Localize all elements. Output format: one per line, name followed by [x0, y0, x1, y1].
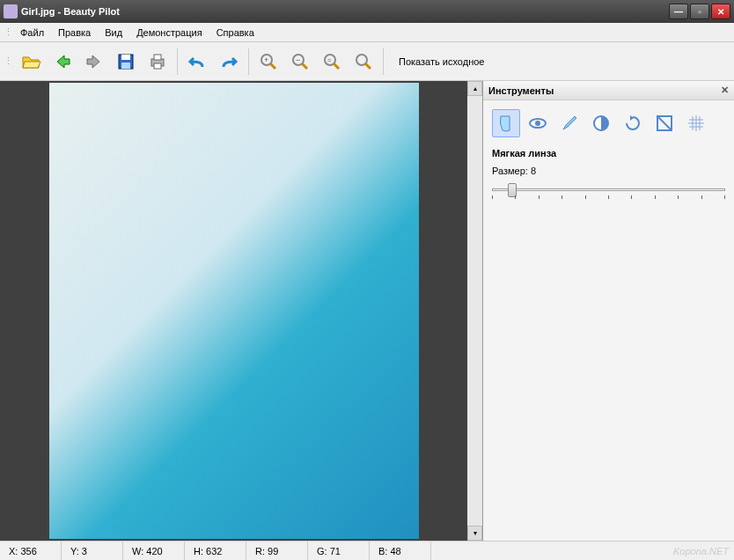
- watermark: Kopona.NET: [673, 546, 729, 556]
- scroll-track[interactable]: [467, 96, 482, 526]
- contrast-tool[interactable]: [587, 109, 615, 137]
- scroll-down-button[interactable]: ▾: [467, 526, 482, 541]
- open-button[interactable]: [17, 48, 45, 76]
- svg-text:+: +: [264, 55, 268, 64]
- menubar: ⋮ Файл Правка Вид Демонстрация Справка: [0, 23, 734, 42]
- zoom-fit-icon: =: [321, 51, 342, 72]
- svg-text:−: −: [296, 55, 300, 64]
- arrow-left-icon: [52, 51, 73, 72]
- menu-demo[interactable]: Демонстрация: [129, 26, 209, 40]
- show-original-button[interactable]: Показать исходное: [389, 48, 494, 76]
- menu-view[interactable]: Вид: [98, 26, 129, 40]
- panel-close-button[interactable]: ✕: [721, 85, 729, 96]
- minimize-button[interactable]: —: [669, 4, 688, 19]
- scroll-up-button[interactable]: ▴: [467, 81, 482, 96]
- status-g: G: 71: [308, 542, 370, 560]
- redo-button[interactable]: [215, 48, 243, 76]
- contrast-icon: [591, 113, 612, 134]
- size-label: Размер: 8: [492, 166, 725, 176]
- menu-grip: ⋮: [4, 26, 11, 38]
- svg-rect-1: [121, 55, 130, 60]
- canvas-area[interactable]: [0, 81, 467, 541]
- resize-tool[interactable]: [650, 109, 679, 137]
- svg-rect-5: [154, 63, 161, 69]
- svg-line-13: [334, 63, 339, 69]
- toolbar: ⋮ + − = Показать исходное: [0, 42, 734, 81]
- resize-icon: [654, 113, 675, 134]
- svg-point-18: [535, 121, 540, 126]
- menu-edit[interactable]: Правка: [51, 26, 98, 40]
- app-icon: [4, 4, 18, 18]
- zoom-fit-button[interactable]: =: [318, 48, 346, 76]
- undo-icon: [187, 51, 208, 72]
- status-w: W: 420: [123, 542, 185, 560]
- rotate-icon: [622, 113, 643, 134]
- zoom-out-button[interactable]: −: [286, 48, 314, 76]
- slider-track: [492, 188, 725, 191]
- panel-title: Инструменты: [488, 85, 721, 96]
- status-h: H: 632: [185, 542, 246, 560]
- titlebar: Girl.jpg - Beauty Pilot — ▫ ✕: [0, 0, 734, 23]
- save-icon: [115, 51, 136, 72]
- section-title: Мягкая линза: [492, 148, 725, 158]
- grid-icon: [686, 113, 707, 134]
- window-title: Girl.jpg - Beauty Pilot: [21, 6, 669, 17]
- tool-icons-row: [492, 109, 725, 137]
- maximize-button[interactable]: ▫: [690, 4, 709, 19]
- svg-line-16: [365, 63, 371, 69]
- status-x: X: 356: [0, 542, 62, 560]
- statusbar: X: 356 Y: 3 W: 420 H: 632 R: 99 G: 71 B:…: [0, 541, 734, 560]
- print-button[interactable]: [143, 48, 172, 76]
- redo-icon: [218, 51, 239, 72]
- undo-button[interactable]: [183, 48, 211, 76]
- eye-tool[interactable]: [524, 109, 552, 137]
- save-button[interactable]: [112, 48, 140, 76]
- folder-open-icon: [20, 51, 41, 72]
- arrow-right-icon: [84, 51, 105, 72]
- forward-button[interactable]: [80, 48, 108, 76]
- document-image: [49, 83, 419, 539]
- zoom-actual-icon: [353, 51, 374, 72]
- slider-ticks: [492, 195, 725, 199]
- close-button[interactable]: ✕: [711, 4, 730, 19]
- svg-rect-2: [121, 63, 130, 69]
- toolbar-grip: ⋮: [4, 55, 11, 67]
- skin-tool[interactable]: [492, 109, 520, 137]
- status-y: Y: 3: [62, 542, 123, 560]
- panel-header: Инструменты ✕: [483, 81, 734, 100]
- status-r: R: 99: [246, 542, 308, 560]
- vertical-scrollbar[interactable]: ▴ ▾: [467, 81, 482, 541]
- brush-icon: [559, 113, 580, 134]
- size-slider[interactable]: [492, 180, 725, 201]
- menu-file[interactable]: Файл: [13, 26, 51, 40]
- menu-help[interactable]: Справка: [209, 26, 261, 40]
- zoom-out-icon: −: [290, 51, 311, 72]
- svg-text:=: =: [327, 56, 332, 64]
- svg-rect-4: [154, 55, 161, 60]
- tools-panel: Инструменты ✕: [482, 81, 734, 541]
- svg-line-7: [270, 63, 275, 69]
- back-button[interactable]: [48, 48, 77, 76]
- status-b: B: 48: [370, 542, 431, 560]
- svg-line-10: [302, 63, 307, 69]
- workspace: ▴ ▾ Инструменты ✕: [0, 81, 734, 541]
- eye-icon: [527, 113, 548, 134]
- zoom-actual-button[interactable]: [349, 48, 378, 76]
- rotate-tool[interactable]: [619, 109, 647, 137]
- brush-tool[interactable]: [555, 109, 584, 137]
- grid-tool[interactable]: [682, 109, 710, 137]
- zoom-in-icon: +: [258, 51, 279, 72]
- print-icon: [147, 51, 168, 72]
- zoom-in-button[interactable]: +: [254, 48, 283, 76]
- face-icon: [495, 113, 517, 134]
